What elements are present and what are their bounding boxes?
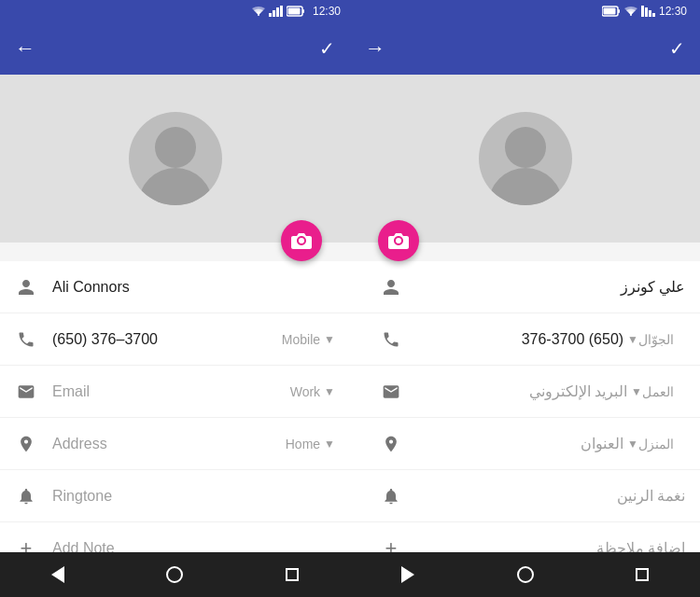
left-app-bar: ← ✓ — [0, 22, 350, 75]
left-ringtone-row[interactable]: Ringtone — [0, 470, 350, 522]
right-screen: 12:30 ✓ → — [350, 0, 700, 597]
left-email-row[interactable]: Email Work ▼ — [0, 366, 350, 418]
right-person-icon — [380, 276, 402, 298]
right-phone-svg — [382, 330, 400, 349]
svg-rect-2 — [302, 9, 304, 13]
right-status-icons: 12:30 — [602, 5, 691, 18]
left-back-nav[interactable] — [51, 566, 64, 583]
right-form: علي كونرز (650) 376-3700 ▼ الجوّال البري… — [350, 261, 700, 552]
right-name-row[interactable]: علي كونرز — [350, 261, 700, 313]
right-phone-dropdown[interactable]: ▼ — [627, 333, 638, 346]
right-address-value: العنوان — [402, 435, 623, 452]
left-status-icons: 12:30 — [252, 5, 341, 18]
right-address-row[interactable]: العنوان ▼ المنزل — [350, 418, 700, 470]
right-avatar — [479, 112, 572, 205]
right-ringtone-value: نغمة الرنين — [402, 487, 685, 505]
right-avatar-section — [350, 75, 700, 243]
signal-icon — [269, 6, 283, 17]
svg-rect-3 — [287, 8, 300, 15]
right-bell-icon — [380, 485, 402, 507]
right-camera-fab[interactable] — [378, 220, 419, 261]
right-location-svg — [382, 435, 400, 453]
left-email-placeholder: Email — [52, 383, 279, 400]
left-phone-row[interactable]: (650) 376–3700 Mobile ▼ — [0, 313, 350, 366]
left-email-dropdown[interactable]: ▼ — [324, 385, 335, 398]
right-forward-button[interactable]: → — [365, 36, 385, 61]
right-address-dropdown[interactable]: ▼ — [627, 437, 638, 451]
location-svg — [17, 435, 35, 453]
phone-icon — [15, 328, 37, 351]
left-phone-dropdown[interactable]: ▼ — [324, 333, 335, 346]
back-button[interactable]: ← — [15, 36, 35, 61]
right-forward-nav[interactable] — [401, 566, 414, 583]
left-home-nav[interactable] — [166, 566, 183, 583]
left-email-label: Work — [290, 384, 320, 399]
right-addnote-value: إضافة ملاحظة — [402, 539, 685, 552]
right-person-svg — [382, 278, 400, 297]
check-button[interactable]: ✓ — [319, 37, 335, 60]
right-bell-svg — [382, 487, 400, 506]
left-nav-bar — [0, 552, 350, 597]
left-screen: 12:30 ← ✓ Ali Connors — [0, 0, 350, 597]
left-form: Ali Connors (650) 376–3700 Mobile ▼ Emai… — [0, 261, 350, 552]
left-name-row[interactable]: Ali Connors — [0, 261, 350, 313]
right-battery-icon — [602, 6, 621, 17]
right-phone-label: الجوّال — [638, 332, 674, 347]
ringtone-icon — [15, 485, 37, 507]
right-phone-icon — [380, 328, 402, 351]
phone-svg — [17, 330, 35, 349]
right-phone-row[interactable]: (650) 376-3700 ▼ الجوّال — [350, 313, 700, 366]
left-ringtone-placeholder: Ringtone — [52, 488, 335, 505]
svg-rect-8 — [603, 8, 615, 15]
person-icon — [15, 276, 37, 298]
right-email-row[interactable]: البريد الإلكتروني ▼ العمل — [350, 366, 700, 418]
left-name-value: Ali Connors — [52, 279, 335, 296]
left-camera-fab[interactable] — [281, 220, 322, 261]
right-location-icon — [380, 433, 402, 455]
right-name-value: علي كونرز — [402, 278, 685, 296]
svg-point-5 — [630, 14, 632, 16]
plus-icon: + — [15, 537, 37, 553]
left-avatar-head — [155, 127, 196, 168]
right-check-button[interactable]: ✓ — [669, 37, 685, 60]
right-email-label: العمل — [642, 384, 674, 399]
svg-rect-7 — [618, 9, 620, 13]
left-address-placeholder: Address — [52, 436, 274, 452]
right-wifi-icon — [624, 6, 637, 17]
right-avatar-head — [505, 127, 546, 168]
svg-point-9 — [396, 238, 401, 243]
right-email-icon — [380, 381, 402, 403]
right-app-bar: ✓ → — [350, 22, 700, 75]
location-icon — [15, 433, 37, 455]
right-email-dropdown[interactable]: ▼ — [631, 385, 642, 398]
wifi-icon — [252, 6, 265, 17]
svg-point-4 — [299, 238, 304, 243]
left-address-dropdown[interactable]: ▼ — [324, 437, 335, 451]
right-email-value: البريد الإلكتروني — [402, 382, 627, 400]
right-status-bar: 12:30 — [350, 0, 700, 22]
svg-point-0 — [258, 14, 259, 16]
right-recent-nav[interactable] — [636, 568, 649, 581]
right-ringtone-row[interactable]: نغمة الرنين — [350, 470, 700, 522]
email-icon — [15, 381, 37, 403]
right-home-nav[interactable] — [517, 566, 534, 583]
right-phone-value: (650) 376-3700 — [402, 331, 623, 348]
battery-icon — [287, 6, 305, 17]
right-plus-icon: + — [380, 537, 402, 553]
left-avatar-shoulders — [138, 168, 213, 205]
left-time: 12:30 — [313, 5, 341, 18]
right-signal-icon — [641, 6, 655, 17]
right-address-label: المنزل — [638, 437, 674, 451]
right-addnote-row[interactable]: + إضافة ملاحظة — [350, 522, 700, 552]
left-recent-nav[interactable] — [286, 568, 299, 581]
left-address-row[interactable]: Address Home ▼ — [0, 418, 350, 470]
right-avatar-shoulders — [488, 168, 563, 205]
right-nav-bar — [350, 552, 700, 597]
right-camera-icon — [388, 232, 409, 249]
left-avatar — [129, 112, 222, 205]
left-status-bar: 12:30 — [0, 0, 350, 22]
left-addnote-row[interactable]: + Add Note — [0, 522, 350, 552]
bell-svg — [17, 487, 35, 506]
left-address-label: Home — [286, 437, 320, 451]
right-time: 12:30 — [659, 5, 687, 18]
